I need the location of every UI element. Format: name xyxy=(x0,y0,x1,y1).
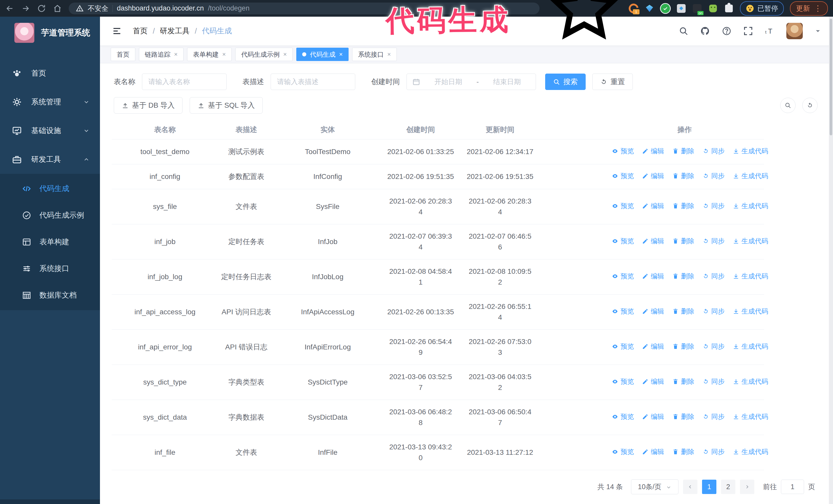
next-page-button[interactable] xyxy=(740,480,754,494)
close-icon[interactable]: × xyxy=(174,51,177,57)
preview-link[interactable]: 预览 xyxy=(612,201,634,211)
tab-form-builder[interactable]: 表单构建× xyxy=(187,48,232,61)
import-db-button[interactable]: 基于 DB 导入 xyxy=(114,97,183,114)
reload-icon[interactable] xyxy=(37,4,46,13)
close-icon[interactable]: × xyxy=(283,51,287,57)
goto-page-input[interactable] xyxy=(781,480,804,494)
sidebar-item-codegen[interactable]: 代码生成 xyxy=(0,175,100,202)
prev-page-button[interactable] xyxy=(683,480,697,494)
extension-orange-icon[interactable]: 1 xyxy=(629,4,639,13)
page-size-select[interactable]: 10条/页 xyxy=(631,479,679,494)
preview-link[interactable]: 预览 xyxy=(612,171,634,181)
forward-icon[interactable] xyxy=(21,4,30,13)
tab-codegen-example[interactable]: 代码生成示例× xyxy=(235,48,293,61)
sync-link[interactable]: 同步 xyxy=(703,171,724,181)
sidebar-item-infra[interactable]: 基础设施 xyxy=(0,116,100,145)
tab-home[interactable]: 首页 xyxy=(111,48,135,61)
refresh-button[interactable] xyxy=(802,98,818,113)
home-icon[interactable] xyxy=(53,4,62,13)
edit-link[interactable]: 编辑 xyxy=(642,341,664,352)
extension-green-icon[interactable] xyxy=(708,4,718,13)
delete-link[interactable]: 删除 xyxy=(672,306,694,316)
preview-link[interactable]: 预览 xyxy=(612,236,634,246)
sidebar-item-db-doc[interactable]: 数据库文档 xyxy=(0,282,100,309)
security-label[interactable]: 不安全 xyxy=(88,4,109,13)
sidebar-item-devtools[interactable]: 研发工具 xyxy=(0,145,100,174)
close-icon[interactable]: × xyxy=(222,51,226,57)
extension-grid-icon[interactable] xyxy=(676,4,686,13)
edit-link[interactable]: 编辑 xyxy=(642,306,664,316)
page-button-2[interactable]: 2 xyxy=(721,480,735,494)
generate-code-link[interactable]: 生成代码 xyxy=(733,146,768,156)
edit-link[interactable]: 编辑 xyxy=(642,447,664,457)
delete-link[interactable]: 删除 xyxy=(672,377,694,387)
menu-dots-icon[interactable]: ⋮ xyxy=(814,5,822,12)
update-button[interactable]: 更新 ⋮ xyxy=(790,1,828,16)
tab-system-api[interactable]: 系统接口× xyxy=(352,48,397,61)
edit-link[interactable]: 编辑 xyxy=(642,377,664,387)
generate-code-link[interactable]: 生成代码 xyxy=(733,377,768,387)
generate-code-link[interactable]: 生成代码 xyxy=(733,341,768,352)
sidebar-item-system[interactable]: 系统管理 xyxy=(0,88,100,116)
toggle-search-button[interactable] xyxy=(780,98,795,113)
generate-code-link[interactable]: 生成代码 xyxy=(733,171,768,181)
reset-button[interactable]: 重置 xyxy=(592,74,633,90)
hamburger-icon[interactable] xyxy=(112,26,122,36)
delete-link[interactable]: 删除 xyxy=(672,271,694,281)
delete-link[interactable]: 删除 xyxy=(672,236,694,246)
extension-gem-icon[interactable] xyxy=(645,4,654,13)
sidebar-item-system-api[interactable]: 系统接口 xyxy=(0,255,100,282)
import-sql-button[interactable]: 基于 SQL 导入 xyxy=(190,97,263,114)
page-button-1[interactable]: 1 xyxy=(702,480,716,494)
generate-code-link[interactable]: 生成代码 xyxy=(733,412,768,422)
preview-link[interactable]: 预览 xyxy=(612,447,634,457)
sync-link[interactable]: 同步 xyxy=(703,341,724,352)
delete-link[interactable]: 删除 xyxy=(672,341,694,352)
sync-link[interactable]: 同步 xyxy=(703,447,724,457)
breadcrumb-home[interactable]: 首页 xyxy=(133,26,148,36)
extension-dark-icon[interactable]: on xyxy=(692,4,702,13)
close-icon[interactable]: × xyxy=(387,51,391,57)
scrollbar[interactable] xyxy=(829,17,833,504)
table-name-input[interactable] xyxy=(142,74,227,90)
edit-link[interactable]: 编辑 xyxy=(642,146,664,156)
generate-code-link[interactable]: 生成代码 xyxy=(733,306,768,316)
tab-codegen[interactable]: 代码生成× xyxy=(296,48,349,61)
preview-link[interactable]: 预览 xyxy=(612,412,634,422)
sync-link[interactable]: 同步 xyxy=(703,271,724,281)
edit-link[interactable]: 编辑 xyxy=(642,412,664,422)
edit-link[interactable]: 编辑 xyxy=(642,271,664,281)
close-icon[interactable]: × xyxy=(339,51,343,57)
tab-tracing[interactable]: 链路追踪× xyxy=(139,48,184,61)
bookmark-star-icon[interactable] xyxy=(546,0,623,47)
preview-link[interactable]: 预览 xyxy=(612,306,634,316)
edit-link[interactable]: 编辑 xyxy=(642,236,664,246)
date-range-picker[interactable]: 开始日期 - 结束日期 xyxy=(406,74,536,90)
sync-link[interactable]: 同步 xyxy=(703,201,724,211)
sync-link[interactable]: 同步 xyxy=(703,412,724,422)
profile-chip[interactable]: 已暂停 xyxy=(740,1,784,16)
generate-code-link[interactable]: 生成代码 xyxy=(733,236,768,246)
generate-code-link[interactable]: 生成代码 xyxy=(733,271,768,281)
generate-code-link[interactable]: 生成代码 xyxy=(733,447,768,457)
sync-link[interactable]: 同步 xyxy=(703,377,724,387)
delete-link[interactable]: 删除 xyxy=(672,412,694,422)
sync-link[interactable]: 同步 xyxy=(703,236,724,246)
sync-link[interactable]: 同步 xyxy=(703,306,724,316)
logo-row[interactable]: 芋道管理系统 xyxy=(0,17,100,49)
sync-link[interactable]: 同步 xyxy=(703,146,724,156)
extensions-puzzle-icon[interactable] xyxy=(724,4,734,13)
delete-link[interactable]: 删除 xyxy=(672,447,694,457)
extension-check-icon[interactable] xyxy=(661,4,670,13)
scrollbar-thumb[interactable] xyxy=(830,19,832,135)
edit-link[interactable]: 编辑 xyxy=(642,201,664,211)
search-button[interactable]: 搜索 xyxy=(545,74,586,90)
preview-link[interactable]: 预览 xyxy=(612,271,634,281)
delete-link[interactable]: 删除 xyxy=(672,146,694,156)
preview-link[interactable]: 预览 xyxy=(612,341,634,352)
table-desc-input[interactable] xyxy=(271,74,355,90)
sidebar-item-form-builder[interactable]: 表单构建 xyxy=(0,229,100,255)
preview-link[interactable]: 预览 xyxy=(612,146,634,156)
edit-link[interactable]: 编辑 xyxy=(642,171,664,181)
generate-code-link[interactable]: 生成代码 xyxy=(733,201,768,211)
